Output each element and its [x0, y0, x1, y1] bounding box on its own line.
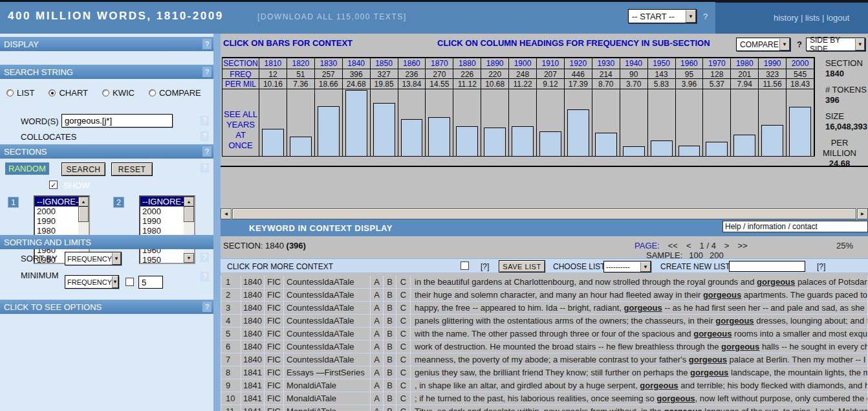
chevron-down-icon[interactable]: ▼	[112, 276, 118, 288]
context-link-a[interactable]: A	[371, 302, 384, 315]
row-source[interactable]: MonaldiATale	[284, 379, 371, 392]
context-link-a[interactable]: A	[371, 328, 384, 340]
chart-year-heading-1900[interactable]: 1900	[509, 58, 537, 69]
chart-year-heading-1930[interactable]: 1930	[592, 58, 620, 69]
chart-bar-1960[interactable]	[678, 146, 700, 156]
context-link-b[interactable]: B	[384, 315, 396, 328]
keyword-link[interactable]: gorgeous	[640, 381, 678, 390]
chart-bar-1920[interactable]	[567, 109, 589, 156]
chart-year-heading-1810[interactable]: 1810	[259, 58, 287, 69]
context-link-a[interactable]: A	[371, 353, 384, 366]
context-link-a[interactable]: A	[371, 289, 384, 302]
chevron-down-icon[interactable]: ▼	[640, 261, 651, 272]
context-link-c[interactable]: C	[396, 392, 411, 405]
scroll-left-arrow-icon[interactable]: ◄	[221, 208, 232, 219]
side-by-side-dropdown[interactable]: SIDE BY SIDE ▼	[806, 38, 865, 51]
words-input[interactable]	[61, 114, 173, 128]
chart-bar-1940[interactable]	[623, 146, 645, 156]
context-link-a[interactable]: A	[371, 379, 384, 392]
context-link-c[interactable]: C	[396, 340, 411, 353]
show-sections-checkbox[interactable]: ✓	[49, 181, 58, 189]
chart-year-heading-1960[interactable]: 1960	[676, 58, 704, 69]
chart-year-heading-1910[interactable]: 1910	[537, 58, 565, 69]
context-link-a[interactable]: A	[371, 366, 384, 379]
scroll-right-arrow-icon[interactable]: ►	[857, 208, 868, 219]
display-radio-chart[interactable]: CHART	[49, 88, 88, 98]
context-link-b[interactable]: B	[384, 289, 396, 302]
minimum-count-input[interactable]	[138, 276, 163, 289]
chart-year-heading-1950[interactable]: 1950	[648, 58, 676, 69]
chart-year-heading-1890[interactable]: 1890	[481, 58, 509, 69]
row-source[interactable]: MonaldiATale	[284, 392, 371, 405]
context-link-c[interactable]: C	[396, 366, 411, 379]
options-section-header[interactable]: CLICK TO SEE OPTIONS ?	[0, 300, 213, 314]
chart-year-heading-1980[interactable]: 1980	[731, 58, 759, 69]
save-list-button[interactable]: SAVE LIST	[499, 260, 545, 272]
context-link-c[interactable]: C	[396, 379, 411, 392]
chevron-down-icon[interactable]: ▼	[112, 252, 121, 265]
minimum-checkbox[interactable]	[125, 278, 134, 286]
chart-year-heading-1820[interactable]: 1820	[287, 58, 315, 69]
chart-bar-1880[interactable]	[456, 126, 478, 156]
context-link-c[interactable]: C	[396, 315, 411, 328]
context-link-a[interactable]: A	[371, 276, 384, 289]
download-texts-link[interactable]: [DOWNLOAD ALL 115,000 TEXTS]	[257, 12, 407, 21]
chart-bar-1850[interactable]	[373, 103, 395, 156]
keyword-link[interactable]: gorgeous	[693, 329, 732, 339]
choose-list-dropdown[interactable]: ---------- ▼	[603, 261, 651, 272]
scroll-up-arrow-icon[interactable]: ▲	[78, 197, 89, 206]
context-link-c[interactable]: C	[396, 276, 411, 289]
sort-by-dropdown[interactable]: FREQUENCY ▼	[65, 252, 122, 265]
chart-year-heading-1970[interactable]: 1970	[703, 58, 731, 69]
chart-year-heading-1850[interactable]: 1850	[371, 58, 398, 69]
sections-help-icon[interactable]: ?	[202, 146, 212, 157]
chart-bar-1990[interactable]	[761, 125, 783, 156]
keyword-link[interactable]: gorgeous	[689, 355, 727, 364]
collocates-help-icon[interactable]: ?	[201, 131, 209, 141]
context-link-b[interactable]: B	[384, 340, 396, 353]
options-help-icon[interactable]: ?	[202, 302, 212, 312]
chevron-down-icon[interactable]: ▼	[686, 10, 696, 23]
chart-bar-1980[interactable]	[733, 135, 755, 156]
next-page-button[interactable]: >	[724, 241, 730, 250]
last-page-button[interactable]: >>	[737, 241, 747, 250]
context-link-b[interactable]: B	[384, 302, 396, 315]
compare-dropdown[interactable]: COMPARE ▼	[736, 38, 790, 51]
account-nav-links[interactable]: history | lists | logout	[774, 13, 849, 23]
save-list-checkbox[interactable]	[461, 261, 469, 270]
scrollbar-thumb[interactable]	[232, 208, 856, 219]
context-link-a[interactable]: A	[371, 392, 384, 405]
chart-year-heading-1830[interactable]: 1830	[315, 58, 343, 69]
row-source[interactable]: MonaldiATale	[284, 405, 371, 411]
scroll-down-arrow-icon[interactable]: ▼	[184, 253, 194, 263]
chart-year-heading-2000[interactable]: 2000	[787, 58, 814, 69]
context-link-b[interactable]: B	[384, 353, 396, 366]
keyword-link[interactable]: gorgeous	[757, 277, 795, 287]
chart-bar-1810[interactable]	[262, 129, 284, 156]
chevron-down-icon[interactable]: ▼	[855, 38, 865, 50]
row-source[interactable]: CountessIdaATale	[284, 315, 371, 328]
context-link-a[interactable]: A	[371, 405, 384, 411]
context-link-c[interactable]: C	[396, 405, 411, 411]
keyword-link[interactable]: gorgeous	[715, 316, 754, 326]
reset-button[interactable]: RESET	[111, 162, 153, 176]
sort-by-help-icon[interactable]: ?	[201, 252, 209, 262]
chart-year-heading-1880[interactable]: 1880	[453, 58, 481, 69]
keyword-link[interactable]: gorgeous	[656, 394, 695, 403]
help-information-box[interactable]: Help / information / contact	[722, 221, 868, 232]
row-source[interactable]: CountessIdaATale	[284, 328, 371, 340]
display-radio-list[interactable]: LIST	[6, 88, 34, 98]
chart-bar-1930[interactable]	[595, 133, 617, 156]
context-link-b[interactable]: B	[384, 405, 396, 411]
row-source[interactable]: CountessIdaATale	[284, 353, 371, 366]
chart-year-heading-1990[interactable]: 1990	[759, 58, 787, 69]
scroll-up-arrow-icon[interactable]: ▲	[184, 197, 194, 206]
search-button[interactable]: SEARCH	[61, 162, 105, 176]
chart-year-heading-1870[interactable]: 1870	[426, 58, 453, 69]
chart-bar-1860[interactable]	[401, 119, 423, 156]
row-source[interactable]: Essays —FirstSeries	[284, 366, 371, 379]
minimum-dropdown[interactable]: FREQUENCY ▼	[65, 275, 119, 289]
display-help-icon[interactable]: ?	[202, 39, 212, 49]
scrollbar-thumb[interactable]	[78, 206, 89, 222]
chart-bar-1830[interactable]	[318, 106, 340, 156]
